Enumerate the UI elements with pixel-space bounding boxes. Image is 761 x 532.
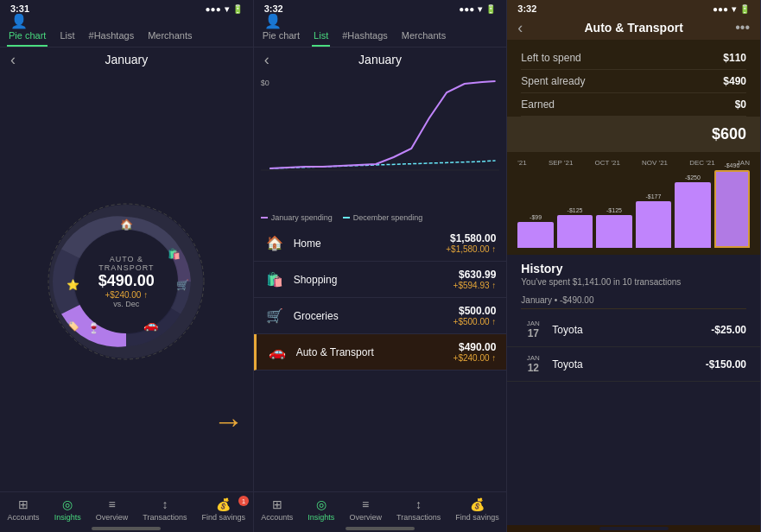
bar-label-2: OCT '21 xyxy=(595,159,620,167)
groceries-amount: $500.00 xyxy=(453,305,497,317)
pie-container: 🏠 🛍️ 🛒 🏷️ ⭐ 🍷 🚗 AUTO & TRANSPORT $490.00… xyxy=(40,195,212,368)
back-button-2[interactable]: ‹ xyxy=(264,51,270,69)
panel-list: 3:32 ●●● ▾ 🔋 👤 Pie chart List #Hashtags … xyxy=(254,0,508,532)
nav-overview-1[interactable]: ≡ Overview xyxy=(96,497,129,522)
nav-accounts-label-2: Accounts xyxy=(261,513,293,522)
bar-group-1: -$125 xyxy=(557,207,593,248)
home-icon: 🏠 xyxy=(264,235,285,251)
tab-pie-chart-1[interactable]: Pie chart xyxy=(7,26,48,47)
more-button-3[interactable]: ••• xyxy=(735,20,750,35)
earned-label: Earned xyxy=(521,98,555,111)
spending-item-home[interactable]: 🏠 Home $1,580.00 +$1,580.00 ↑ xyxy=(254,225,507,262)
spending-list: 🏠 Home $1,580.00 +$1,580.00 ↑ 🛍️ Shoppin… xyxy=(254,225,507,491)
nav-insights-1[interactable]: ◎ Insights xyxy=(54,497,81,522)
nav-savings-2[interactable]: 💰 Find savings xyxy=(455,497,499,522)
spending-item-groceries[interactable]: 🛒 Groceries $500.00 +$500.00 ↑ xyxy=(254,298,507,334)
txn-date-0: JAN 17 xyxy=(521,320,545,339)
stat-earned: Earned $0 xyxy=(521,93,746,117)
wifi-icon-3: ▾ xyxy=(732,4,736,14)
spending-item-shopping[interactable]: 🛍️ Shopping $630.99 +$594.93 ↑ xyxy=(254,262,507,298)
bar-val-1: -$125 xyxy=(568,207,583,213)
history-sub: You've spent $1,141.00 in 10 transaction… xyxy=(521,277,746,287)
bottom-nav-1: ⊞ Accounts ◎ Insights ≡ Overview ↕ Trans… xyxy=(0,491,253,525)
tab-list-1[interactable]: List xyxy=(58,26,76,47)
nav-transactions-1[interactable]: ↕ Transactions xyxy=(143,497,187,522)
tab-pie-chart-2[interactable]: Pie chart xyxy=(261,26,301,47)
shopping-delta: +$594.93 ↑ xyxy=(453,281,497,290)
battery-icon-3: 🔋 xyxy=(739,4,750,14)
pie-center: AUTO & TRANSPORT $490.00 +$240.00 ↑ vs. … xyxy=(83,255,169,308)
spending-item-auto[interactable]: 🚗 Auto & Transport $490.00 +$240.00 ↑ xyxy=(254,334,507,370)
segment-tabs-1: Pie chart List #Hashtags Merchants xyxy=(0,26,253,48)
savings-badge-1: 1 xyxy=(238,496,249,506)
segment-tabs-2: Pie chart List #Hashtags Merchants xyxy=(254,26,507,48)
bar-group-5: -$490 xyxy=(714,162,750,248)
tab-hashtags-1[interactable]: #Hashtags xyxy=(87,26,136,47)
txn-name-1: Toyota xyxy=(552,358,698,370)
groceries-name: Groceries xyxy=(294,310,445,322)
chart-zero-label: $0 xyxy=(261,79,270,87)
bar-group-3: -$177 xyxy=(636,193,671,248)
budget-bar: $600 xyxy=(507,117,760,152)
nav-accounts-1[interactable]: ⊞ Accounts xyxy=(8,497,40,522)
nav-insights-label-2: Insights xyxy=(308,513,334,522)
status-icons-2: ●●● ▾ 🔋 xyxy=(459,4,496,14)
bar-label-3: NOV '21 xyxy=(642,159,668,167)
home-indicator-1 xyxy=(92,527,161,530)
legend-jan: January spending xyxy=(261,213,333,222)
bar-val-0: -$99 xyxy=(530,214,542,220)
panel-header-1: 👤 xyxy=(0,16,253,26)
legend-dot-dec xyxy=(343,217,350,218)
bar-0 xyxy=(517,222,553,248)
tab-list-2[interactable]: List xyxy=(312,26,330,47)
tab-hashtags-2[interactable]: #Hashtags xyxy=(340,26,390,47)
left-to-spend-value: $110 xyxy=(723,52,746,64)
status-icons-3: ●●● ▾ 🔋 xyxy=(713,4,750,14)
tab-merchants-1[interactable]: Merchants xyxy=(146,26,193,47)
svg-text:🏷️: 🏷️ xyxy=(67,319,79,332)
bar-5 xyxy=(714,170,750,248)
transaction-item-1[interactable]: JAN 12 Toyota -$150.00 xyxy=(507,347,760,382)
nav-savings-1[interactable]: 💰 Find savings 1 xyxy=(202,497,246,522)
pie-chart-area: 🏠 🛍️ 🛒 🏷️ ⭐ 🍷 🚗 AUTO & TRANSPORT $490.00… xyxy=(0,72,253,491)
shopping-icon: 🛍️ xyxy=(264,271,285,288)
bar-group-2: -$125 xyxy=(596,207,631,248)
groceries-delta: +$500.00 ↑ xyxy=(453,317,497,326)
nav-accounts-2[interactable]: ⊞ Accounts xyxy=(261,497,293,522)
txn-day-1: 12 xyxy=(521,362,545,374)
month-title-2: January xyxy=(358,53,402,66)
auto-amount: $490.00 xyxy=(453,341,497,353)
insights-icon: ◎ xyxy=(62,497,73,511)
nav-savings-label-2: Find savings xyxy=(455,513,499,522)
bar-chart-area: '21 SEP '21 OCT '21 NOV '21 DEC '21 JAN … xyxy=(507,152,760,255)
stat-left-to-spend: Left to spend $110 xyxy=(521,47,746,70)
home-name: Home xyxy=(294,238,438,250)
savings-icon: 💰 xyxy=(216,497,231,511)
txn-month-0: JAN xyxy=(521,320,545,327)
transaction-item-0[interactable]: JAN 17 Toyota -$25.00 xyxy=(507,313,760,347)
signal-icon: ●●● xyxy=(206,4,221,14)
nav-transactions-label-1: Transactions xyxy=(143,513,187,522)
txn-amount-0: -$25.00 xyxy=(711,324,746,336)
back-button-1[interactable]: ‹ xyxy=(10,51,16,69)
wifi-icon: ▾ xyxy=(225,4,229,14)
svg-text:🏠: 🏠 xyxy=(120,218,133,231)
stat-spent-already: Spent already $490 xyxy=(521,70,746,93)
tab-merchants-2[interactable]: Merchants xyxy=(400,26,447,47)
nav-insights-2[interactable]: ◎ Insights xyxy=(308,497,334,522)
nav-overview-2[interactable]: ≡ Overview xyxy=(349,497,382,522)
insights-icon-2: ◎ xyxy=(316,497,327,511)
auto-delta: +$240.00 ↑ xyxy=(453,353,497,363)
battery-icon: 🔋 xyxy=(232,4,243,14)
home-indicator-2 xyxy=(346,527,415,530)
txn-month-1: JAN xyxy=(521,354,545,362)
month-title-1: January xyxy=(105,53,148,66)
status-bar-1: 3:31 ●●● ▾ 🔋 xyxy=(0,0,253,16)
bar-val-5: -$490 xyxy=(724,162,739,168)
back-button-3[interactable]: ‹ xyxy=(517,19,523,37)
bar-group-0: -$99 xyxy=(517,214,553,248)
status-time-3: 3:32 xyxy=(517,3,536,14)
nav-transactions-2[interactable]: ↕ Transactions xyxy=(396,497,441,522)
txn-name-0: Toyota xyxy=(552,324,704,336)
detail-stats: Left to spend $110 Spent already $490 Ea… xyxy=(507,40,760,117)
